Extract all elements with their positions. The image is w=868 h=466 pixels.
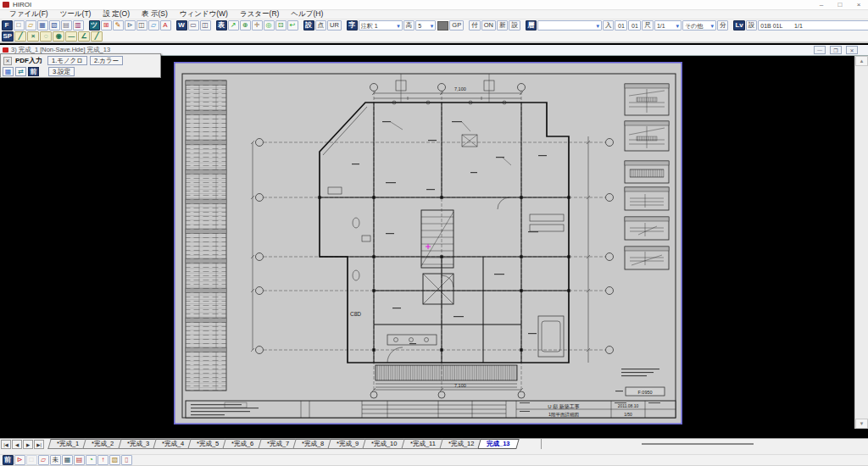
ur-button[interactable]: UR — [327, 20, 342, 31]
pending-button[interactable]: 未 — [50, 455, 62, 465]
sheet-tab[interactable]: *完成_12 — [439, 439, 483, 449]
snap-center-icon[interactable]: ◉ — [53, 31, 64, 42]
drawing-canvas[interactable]: 7,100 7,100 — [0, 56, 854, 429]
layer-input-button[interactable]: 入 — [603, 20, 615, 31]
snap-intersection-icon[interactable]: × — [27, 31, 39, 42]
disabled-doc-icon[interactable]: □ — [26, 455, 37, 465]
divide-button[interactable]: 分 — [717, 20, 729, 31]
sheet-tab[interactable]: *完成_2 — [83, 439, 124, 449]
vertical-scrollbar[interactable]: ▲ ▼ — [854, 56, 868, 429]
minimize-button[interactable]: – — [812, 0, 831, 9]
menu-item[interactable]: ウィンドウ(W) — [174, 9, 234, 19]
text-height-button[interactable]: 高 — [403, 20, 415, 31]
snap-group-button[interactable]: SP — [2, 31, 14, 42]
tab-nav-button[interactable]: |◀ — [1, 440, 11, 449]
set-button[interactable]: 設 — [509, 20, 520, 31]
on-button[interactable]: ON — [481, 20, 496, 31]
color-swatch[interactable] — [437, 21, 448, 31]
export-doc-icon[interactable]: ⊳ — [125, 20, 136, 31]
open-folder-icon[interactable]: ▱ — [148, 20, 159, 31]
pdf-mono-button[interactable]: 1.モノクロ — [47, 56, 87, 65]
sheet-tab[interactable]: *完成_10 — [363, 439, 407, 449]
layer-field-2[interactable]: 01 — [628, 20, 641, 31]
pan-icon[interactable]: ✛ — [252, 20, 263, 31]
open-red-folder-icon[interactable]: ▱ — [38, 455, 49, 465]
scroll-down-icon[interactable]: ▼ — [855, 419, 868, 429]
upload-icon[interactable]: ↑ — [97, 455, 108, 465]
layer-group-button[interactable]: 層 — [526, 20, 537, 31]
window-icon[interactable]: ▭ — [188, 20, 199, 31]
pdf-color-button[interactable]: 2.カラー — [90, 56, 123, 65]
sheet-tab[interactable]: *完成_6 — [223, 439, 264, 449]
zoom-in-icon[interactable]: ⊕ — [240, 20, 251, 31]
scale-button[interactable]: 尺 — [642, 20, 654, 31]
text-group-button[interactable]: 字 — [347, 20, 358, 31]
sheet-tab[interactable]: *完成_7 — [258, 439, 298, 449]
print-icon[interactable]: ▤ — [61, 20, 72, 31]
tile-windows-icon[interactable]: ◫ — [200, 20, 211, 31]
other-select[interactable]: その他 — [682, 20, 716, 31]
tab-nav-button[interactable]: ▶| — [34, 440, 44, 449]
point-button[interactable]: 点 — [315, 20, 327, 31]
menu-item[interactable]: 表 示(S) — [136, 9, 174, 19]
pdf-settings-button[interactable]: 3.設定 — [48, 67, 75, 76]
menu-item[interactable]: ラスター(R) — [234, 9, 285, 19]
snap-circle-icon[interactable]: ◌ — [40, 31, 52, 42]
menu-item[interactable]: 設 定(O) — [97, 9, 136, 19]
new-doc-icon[interactable]: □ — [14, 20, 25, 31]
close-button[interactable]: × — [849, 0, 868, 9]
new-button[interactable]: 新 — [497, 20, 509, 31]
settings-group-button[interactable]: 設 — [303, 20, 314, 31]
copy-doc-icon[interactable]: ◫ — [136, 20, 147, 31]
tab-nav-button[interactable]: ▶ — [23, 440, 33, 449]
maximize-button[interactable]: □ — [831, 0, 849, 9]
prev-page-button[interactable]: 前 — [3, 455, 14, 465]
table-icon[interactable]: ▦ — [62, 455, 73, 465]
pdf-toolbar-close-icon[interactable]: ✕ — [3, 57, 12, 65]
pdf-grid-icon[interactable]: ▦ — [3, 67, 14, 76]
pdf-doc-icon[interactable]: ▤ — [74, 455, 85, 465]
doc-add-icon[interactable]: ⊞ — [101, 20, 112, 31]
menu-item[interactable]: ツール(T) — [54, 9, 97, 19]
save-icon[interactable]: ▦ — [37, 20, 48, 31]
tool-palette-button[interactable]: ツ — [89, 20, 100, 31]
gp-button[interactable]: GP — [449, 20, 464, 31]
sheet-tab[interactable]: *完成_3 — [118, 439, 159, 449]
redraw-icon[interactable]: ↗ — [228, 20, 239, 31]
child-minimize-button[interactable]: — — [814, 46, 826, 54]
tab-nav-button[interactable]: ◀ — [12, 440, 22, 449]
horizontal-scrollbar[interactable] — [541, 439, 868, 449]
history-clock-icon[interactable]: ◔ — [86, 455, 97, 465]
layer-field-1[interactable]: 01 — [615, 20, 627, 31]
forward-doc-icon[interactable]: ⊳ — [14, 455, 25, 465]
menu-item[interactable]: ヘルプ(H) — [285, 9, 329, 19]
child-restore-button[interactable]: ❐ — [830, 46, 842, 54]
snap-midpoint-icon[interactable]: — — [65, 31, 77, 42]
file-group-button[interactable]: F — [2, 20, 13, 31]
snap-line-icon[interactable]: ╱ — [14, 31, 26, 42]
level-select[interactable]: 01B 01L 1/1 — [758, 20, 868, 31]
sheet-tab[interactable]: *完成_11 — [401, 439, 444, 449]
pdf-prev-button[interactable]: 前 — [28, 67, 39, 76]
doc-edit-icon[interactable]: ▧ — [109, 455, 120, 465]
display-group-button[interactable]: 表 — [216, 20, 227, 31]
save-as-icon[interactable]: ▧ — [49, 20, 60, 31]
snap-angle-icon[interactable]: ∠ — [78, 31, 90, 42]
annotation-select[interactable]: 注釈 1 — [359, 20, 403, 31]
snap-endpoint-icon[interactable]: ╱ — [91, 31, 103, 42]
menu-item[interactable]: ファイル(F) — [3, 9, 54, 19]
window-group-button[interactable]: W — [176, 20, 187, 31]
level-settings-button[interactable]: 設 — [746, 20, 758, 31]
edit-doc-icon[interactable]: ✎ — [113, 20, 124, 31]
open-file-icon[interactable]: ▱ — [25, 20, 36, 31]
hscroll-thumb[interactable] — [642, 443, 754, 445]
child-close-button[interactable]: ✕ — [846, 46, 858, 54]
sheet-tab[interactable]: 完成_13 — [477, 439, 519, 449]
import-icon[interactable]: ▥ — [73, 20, 84, 31]
clipboard-icon[interactable]: ▯ — [121, 455, 132, 465]
attach-button[interactable]: 付 — [469, 20, 481, 31]
view-back-icon[interactable]: ↩ — [287, 20, 298, 31]
pdf-swap-arrows-icon[interactable]: ⇄ — [15, 67, 26, 76]
layer-select[interactable] — [537, 20, 602, 31]
text-attr-icon[interactable]: A — [160, 20, 171, 31]
